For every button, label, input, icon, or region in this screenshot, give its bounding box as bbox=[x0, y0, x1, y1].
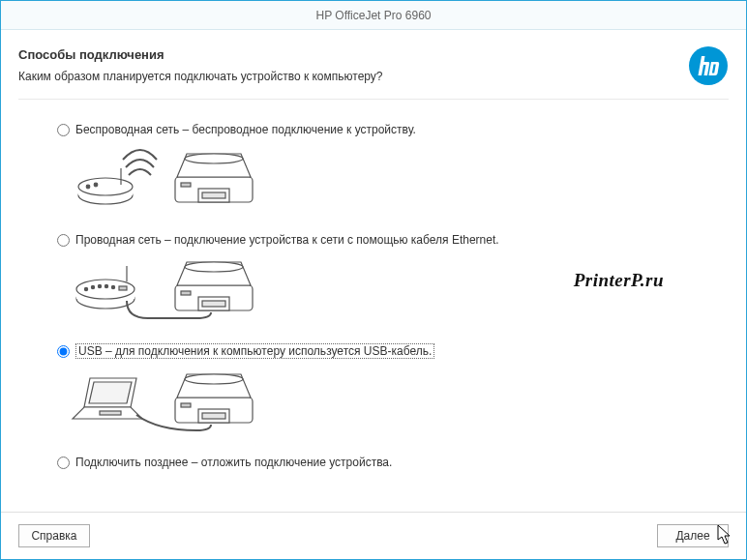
page-title: Способы подключения bbox=[18, 47, 729, 62]
page-subtitle: Каким образом планируется подключать уст… bbox=[18, 70, 729, 83]
option-usb-label: USB – для подключения к компьютеру испол… bbox=[75, 343, 434, 359]
illustration-ethernet bbox=[71, 252, 264, 324]
svg-point-18 bbox=[105, 284, 107, 287]
option-wireless[interactable]: Беспроводная сеть – беспроводное подключ… bbox=[57, 123, 729, 136]
hp-logo-icon bbox=[688, 45, 729, 86]
option-later[interactable]: Подключить позднее – отложить подключени… bbox=[57, 456, 729, 469]
svg-rect-32 bbox=[181, 403, 191, 407]
footer-bar: Справка Далее bbox=[1, 512, 746, 559]
illustration-usb bbox=[71, 365, 264, 436]
svg-point-15 bbox=[84, 287, 87, 290]
watermark-text: PrinterP.ru bbox=[574, 270, 664, 291]
svg-point-8 bbox=[185, 154, 243, 163]
radio-usb[interactable] bbox=[57, 345, 70, 358]
svg-point-4 bbox=[86, 185, 90, 189]
option-wireless-label: Беспроводная сеть – беспроводное подключ… bbox=[75, 123, 416, 136]
svg-rect-27 bbox=[100, 411, 121, 415]
svg-rect-26 bbox=[181, 291, 191, 295]
window-title: HP OfficeJet Pro 6960 bbox=[316, 9, 432, 22]
svg-rect-31 bbox=[202, 413, 225, 419]
svg-point-16 bbox=[91, 285, 94, 288]
radio-later[interactable] bbox=[57, 457, 70, 469]
svg-rect-20 bbox=[119, 286, 127, 290]
svg-rect-11 bbox=[181, 183, 191, 187]
svg-rect-10 bbox=[202, 192, 225, 198]
help-button[interactable]: Справка bbox=[18, 524, 90, 547]
svg-point-5 bbox=[94, 183, 98, 187]
radio-wireless[interactable] bbox=[57, 124, 70, 136]
radio-ethernet[interactable] bbox=[57, 234, 70, 247]
illustration-wireless bbox=[71, 142, 264, 214]
option-ethernet[interactable]: Проводная сеть – подключение устройства … bbox=[57, 233, 729, 247]
window-titlebar: HP OfficeJet Pro 6960 bbox=[1, 1, 746, 30]
svg-point-23 bbox=[185, 262, 243, 272]
option-ethernet-label: Проводная сеть – подключение устройства … bbox=[75, 233, 499, 247]
next-button[interactable]: Далее bbox=[657, 524, 729, 547]
svg-point-29 bbox=[185, 374, 243, 384]
option-later-label: Подключить позднее – отложить подключени… bbox=[75, 456, 392, 469]
svg-point-19 bbox=[111, 285, 114, 288]
svg-point-17 bbox=[98, 284, 101, 287]
option-usb[interactable]: USB – для подключения к компьютеру испол… bbox=[57, 343, 729, 359]
svg-rect-25 bbox=[202, 301, 225, 307]
